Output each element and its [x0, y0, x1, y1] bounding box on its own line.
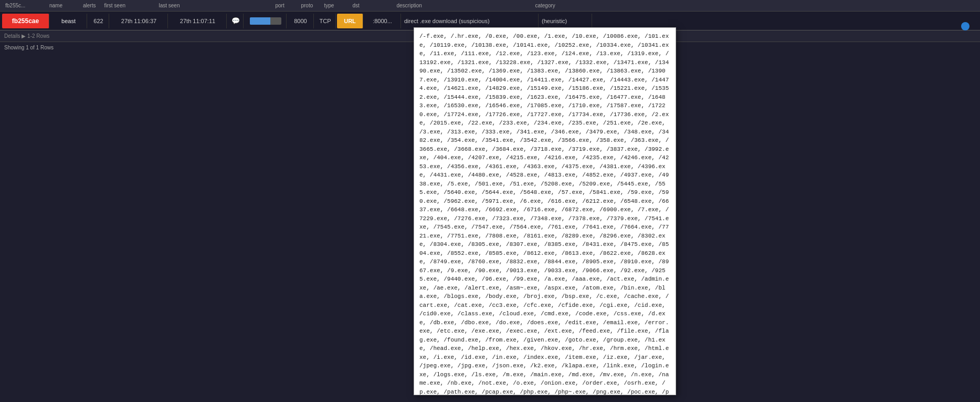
col-name: name: [46, 3, 78, 8]
col-alerts: alerts: [80, 3, 99, 8]
progress-bar: [250, 17, 281, 25]
col-lastseen: last seen: [155, 3, 208, 8]
comment-cell[interactable]: 💬: [228, 14, 244, 28]
beast-cell: beast: [50, 14, 87, 28]
detail-label: Details ▶ 1-2 Rows: [4, 33, 49, 39]
url-value: URL: [344, 18, 356, 24]
portrange-value: :8000...: [373, 18, 392, 24]
heuristic-value: (heuristic): [542, 18, 567, 24]
num-value: 622: [93, 18, 103, 24]
url-popup[interactable]: /-f.exe, /.hr.exe, /0.exe, /00.exe, /1.e…: [414, 27, 676, 395]
hash-value: fb255cae: [12, 17, 39, 25]
description-value: direct .exe download (suspicious): [404, 18, 490, 24]
beast-value: beast: [61, 18, 76, 24]
url-cell[interactable]: URL: [337, 14, 363, 28]
heuristic-cell: (heuristic): [540, 14, 592, 28]
progress-bar-fill: [250, 17, 270, 25]
hash-cell[interactable]: fb255cae: [2, 14, 49, 28]
tcp-value: TCP: [320, 18, 331, 24]
col-description: description: [393, 3, 530, 8]
port-cell: 8000: [288, 14, 314, 28]
popup-content: /-f.exe, /.hr.exe, /0.exe, /00.exe, /1.e…: [419, 32, 670, 395]
col-proto: proto: [298, 3, 319, 8]
column-headers: fb255c... name alerts first seen last se…: [0, 0, 980, 12]
status-indicator: [961, 22, 970, 30]
col-category: category: [532, 3, 584, 8]
date2-cell: 27th 11:07:11: [169, 14, 227, 28]
date1-value: 27th 11:06:37: [121, 18, 156, 24]
comment-icon: 💬: [231, 17, 240, 25]
portrange-cell: :8000...: [364, 14, 401, 28]
num-cell: 622: [88, 14, 109, 28]
tcp-cell: TCP: [315, 14, 336, 28]
date1-cell: 27th 11:06:37: [110, 14, 168, 28]
col-dst: dst: [349, 3, 391, 8]
bar-cell: [245, 14, 287, 28]
status-text: Showing 1 of 1 Rows: [4, 45, 54, 50]
description-cell: direct .exe download (suspicious): [402, 14, 539, 28]
port-value: 8000: [294, 18, 307, 24]
col-type: type: [321, 3, 347, 8]
col-hash: fb255c...: [2, 3, 44, 8]
col-firstseen: first seen: [101, 3, 153, 8]
col-port: port: [272, 3, 296, 8]
date2-value: 27th 11:07:11: [180, 18, 215, 24]
